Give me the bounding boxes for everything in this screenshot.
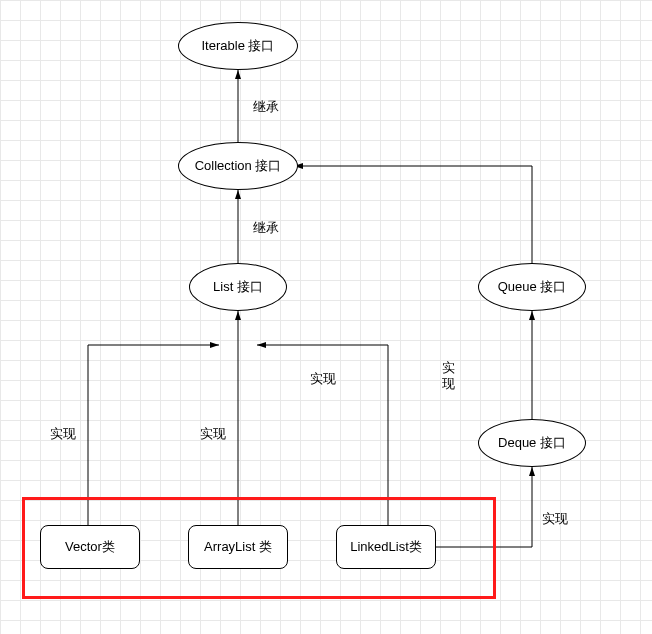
node-list-label: List 接口 <box>213 278 263 296</box>
label-coll-iter: 继承 <box>253 98 279 116</box>
node-vector[interactable]: Vector类 <box>40 525 140 569</box>
node-linkedlist[interactable]: LinkedList类 <box>336 525 436 569</box>
node-deque[interactable]: Deque 接口 <box>478 419 586 467</box>
label-list-coll: 继承 <box>253 219 279 237</box>
node-iterable[interactable]: Iterable 接口 <box>178 22 298 70</box>
node-deque-label: Deque 接口 <box>498 434 566 452</box>
label-arr-list: 实现 <box>200 425 226 443</box>
label-vec-list: 实现 <box>50 425 76 443</box>
node-arraylist-label: ArrayList 类 <box>204 538 272 556</box>
label-lnk-deque: 实现 <box>542 510 568 528</box>
node-list[interactable]: List 接口 <box>189 263 287 311</box>
label-lnk-list: 实现 <box>310 370 336 388</box>
node-arraylist[interactable]: ArrayList 类 <box>188 525 288 569</box>
node-queue-label: Queue 接口 <box>498 278 567 296</box>
node-collection[interactable]: Collection 接口 <box>178 142 298 190</box>
node-iterable-label: Iterable 接口 <box>202 37 275 55</box>
label-deque-queue: 实现 <box>442 360 462 391</box>
node-collection-label: Collection 接口 <box>195 157 282 175</box>
node-vector-label: Vector类 <box>65 538 115 556</box>
node-queue[interactable]: Queue 接口 <box>478 263 586 311</box>
node-linkedlist-label: LinkedList类 <box>350 538 422 556</box>
